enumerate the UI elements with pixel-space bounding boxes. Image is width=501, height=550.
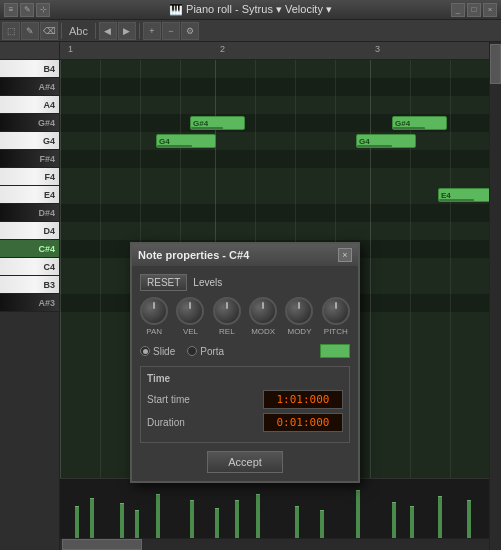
duration-label: Duration [147,417,185,428]
modx-knob[interactable] [249,297,277,325]
vel-bar[interactable] [438,496,442,538]
modal-close-button[interactable]: × [338,248,352,262]
vel-bar[interactable] [410,506,414,538]
scrollbar-vertical[interactable] [489,42,501,550]
zoom-out[interactable]: − [162,22,180,40]
tool-draw[interactable]: ✎ [21,22,39,40]
piano-key-g4[interactable]: G4 [0,132,59,150]
piano-key-c4[interactable]: C4 [0,258,59,276]
piano-key-f4[interactable]: F4 [0,168,59,186]
piano-key-gs4[interactable]: G#4 [0,114,59,132]
vel-bar[interactable] [120,503,124,538]
duration-display[interactable]: 0:01:000 [263,413,343,432]
porta-radio-circle[interactable] [187,346,197,356]
pan-knob[interactable] [140,297,168,325]
key-label: G#4 [38,118,55,128]
timeline-mark-3: 3 [375,44,380,54]
close-button[interactable]: × [483,3,497,17]
vline-1-2 [100,60,101,478]
note-gs4-1[interactable]: G#4 [190,116,245,130]
piano-key-cs4[interactable]: C#4 [0,240,59,258]
title-bar: ≡ ✎ ⊹ 🎹 Piano roll - Sytrus ▾ Velocity ▾… [0,0,501,20]
piano-key-d4[interactable]: D4 [0,222,59,240]
key-label: A#4 [38,82,55,92]
vel-knob[interactable] [176,297,204,325]
knob-pitch: PITCH [322,297,350,336]
tool-erase[interactable]: ⌫ [40,22,58,40]
vline-3 [370,60,371,478]
levels-label: Levels [193,277,222,288]
scrollbar-v-thumb[interactable] [490,44,501,84]
accept-button[interactable]: Accept [207,451,283,473]
modal-body: RESET Levels PAN VEL REL [132,266,358,481]
note-properties-modal: Note properties - C#4 × RESET Levels PAN [130,242,360,483]
tool-select[interactable]: ⬚ [2,22,20,40]
pitch-knob[interactable] [322,297,350,325]
note-g4-1[interactable]: G4 [156,134,216,148]
zoom-in[interactable]: + [143,22,161,40]
knob-rel: REL [213,297,241,336]
rel-knob[interactable] [213,297,241,325]
note-g4-2[interactable]: G4 [356,134,416,148]
vel-bar[interactable] [256,494,260,538]
vel-bar[interactable] [135,510,139,538]
vel-bar[interactable] [75,506,79,538]
slide-radio-circle[interactable] [140,346,150,356]
abc-label: Abc [65,25,92,37]
piano-key-b4[interactable]: B4 [0,60,59,78]
vel-bar[interactable] [190,500,194,538]
piano-key-e4[interactable]: E4 [0,186,59,204]
main-area: B4 A#4 A4 G#4 G4 F#4 F4 E4 D#4 D4 C#4 C4… [0,42,501,550]
grid-row-b4 [60,60,489,78]
settings[interactable]: ⚙ [181,22,199,40]
grid-row-ds4 [60,204,489,222]
piano-key-fs4[interactable]: F#4 [0,150,59,168]
grid-row-f4 [60,168,489,186]
menu-icon[interactable]: ≡ [4,3,18,17]
key-label: F#4 [39,154,55,164]
timeline-mark-2: 2 [220,44,225,54]
vel-bar[interactable] [392,502,396,538]
start-time-row: Start time 1:01:000 [147,390,343,409]
porta-label: Porta [200,346,224,357]
porta-radio[interactable]: Porta [187,346,224,357]
scrollbar-horizontal[interactable] [60,538,489,550]
slide-radio[interactable]: Slide [140,346,175,357]
piano-key-b3[interactable]: B3 [0,276,59,294]
sep2 [95,23,96,39]
scroll-right[interactable]: ▶ [118,22,136,40]
vel-bar[interactable] [156,494,160,538]
vel-bar[interactable] [356,490,360,538]
maximize-button[interactable]: □ [467,3,481,17]
grid-row-e4 [60,186,489,204]
vel-bar[interactable] [90,498,94,538]
pitch-label: PITCH [324,327,348,336]
mody-knob[interactable] [285,297,313,325]
reset-button[interactable]: RESET [140,274,187,291]
vel-bar[interactable] [295,506,299,538]
knob-modx: MODX [249,297,277,336]
key-label: D4 [43,226,55,236]
vel-bar[interactable] [235,500,239,538]
tool-icon2[interactable]: ⊹ [36,3,50,17]
piano-key-a4[interactable]: A4 [0,96,59,114]
tool-icon1[interactable]: ✎ [20,3,34,17]
velocity-area [60,478,489,538]
scroll-left[interactable]: ◀ [99,22,117,40]
note-gs4-2[interactable]: G#4 [392,116,447,130]
grid-row-g4 [60,132,489,150]
piano-keys: B4 A#4 A4 G#4 G4 F#4 F4 E4 D#4 D4 C#4 C4… [0,42,60,550]
scrollbar-h-thumb[interactable] [62,539,142,550]
reset-levels-row: RESET Levels [140,274,350,291]
vel-bar[interactable] [467,500,471,538]
piano-key-as4[interactable]: A#4 [0,78,59,96]
vel-bar[interactable] [320,510,324,538]
piano-key-as3[interactable]: A#3 [0,294,59,312]
vel-bar[interactable] [215,508,219,538]
color-swatch[interactable] [320,344,350,358]
start-time-display[interactable]: 1:01:000 [263,390,343,409]
grid-area[interactable]: 1 2 3 G#4 [60,42,501,550]
piano-key-ds4[interactable]: D#4 [0,204,59,222]
sep1 [61,23,62,39]
minimize-button[interactable]: _ [451,3,465,17]
